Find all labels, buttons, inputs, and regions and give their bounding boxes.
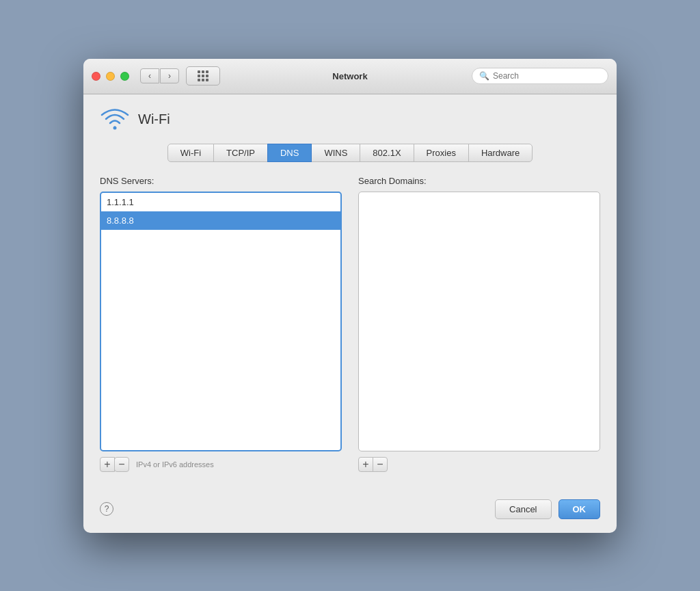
- dns-servers-column: DNS Servers: 1.1.1.1 8.8.8.8 + − IPv4 or…: [100, 176, 342, 472]
- help-button[interactable]: ?: [100, 502, 113, 516]
- grid-button[interactable]: [186, 66, 220, 86]
- search-domains-label: Search Domains:: [358, 176, 600, 186]
- footer-buttons: Cancel OK: [495, 499, 600, 519]
- remove-dns-server-button[interactable]: −: [114, 457, 129, 472]
- tabs-row: Wi-Fi TCP/IP DNS WINS 802.1X Proxies Har…: [100, 144, 600, 162]
- add-search-domain-button[interactable]: +: [358, 457, 373, 472]
- svg-point-0: [113, 126, 117, 129]
- wifi-icon: [100, 108, 130, 131]
- window-content: Wi-Fi Wi-Fi TCP/IP DNS WINS 802.1X Proxi…: [83, 94, 617, 488]
- dns-servers-label: DNS Servers:: [100, 176, 342, 186]
- remove-search-domain-button[interactable]: −: [373, 457, 388, 472]
- dns-content: DNS Servers: 1.1.1.1 8.8.8.8 + − IPv4 or…: [100, 176, 600, 472]
- maximize-button[interactable]: [120, 72, 129, 81]
- cancel-button[interactable]: Cancel: [495, 499, 551, 519]
- close-button[interactable]: [92, 72, 100, 81]
- traffic-lights: [92, 72, 129, 81]
- search-domains-list[interactable]: [358, 192, 600, 451]
- tab-hardware[interactable]: Hardware: [468, 144, 533, 162]
- ok-button[interactable]: OK: [558, 499, 601, 519]
- list-item[interactable]: 1.1.1.1: [101, 193, 340, 211]
- tab-tcpip[interactable]: TCP/IP: [213, 144, 268, 162]
- titlebar: ‹ › Network 🔍: [83, 59, 617, 94]
- tab-wifi[interactable]: Wi-Fi: [167, 144, 214, 162]
- back-button[interactable]: ‹: [140, 68, 159, 83]
- search-input[interactable]: [493, 71, 601, 81]
- minimize-button[interactable]: [106, 72, 115, 81]
- wifi-header: Wi-Fi: [100, 108, 600, 131]
- search-domains-controls: + −: [358, 457, 600, 472]
- search-domains-column: Search Domains: + −: [358, 176, 600, 472]
- forward-button[interactable]: ›: [160, 68, 179, 83]
- network-window: ‹ › Network 🔍: [83, 59, 617, 533]
- tab-8021x[interactable]: 802.1X: [360, 144, 414, 162]
- dns-servers-list[interactable]: 1.1.1.1 8.8.8.8: [100, 192, 342, 451]
- list-item[interactable]: 8.8.8.8: [101, 211, 340, 230]
- search-icon: 🔍: [479, 71, 489, 81]
- footer: ? Cancel OK: [83, 488, 617, 533]
- dns-servers-controls: + − IPv4 or IPv6 addresses: [100, 457, 342, 472]
- search-box[interactable]: 🔍: [472, 68, 608, 84]
- wifi-label: Wi-Fi: [138, 111, 170, 127]
- nav-buttons: ‹ ›: [140, 68, 179, 83]
- window-title: Network: [332, 71, 367, 81]
- grid-icon: [198, 70, 208, 81]
- dns-servers-hint: IPv4 or IPv6 addresses: [136, 460, 214, 469]
- tab-dns[interactable]: DNS: [267, 144, 312, 162]
- tab-wins[interactable]: WINS: [311, 144, 360, 162]
- add-dns-server-button[interactable]: +: [100, 457, 115, 472]
- tab-proxies[interactable]: Proxies: [414, 144, 469, 162]
